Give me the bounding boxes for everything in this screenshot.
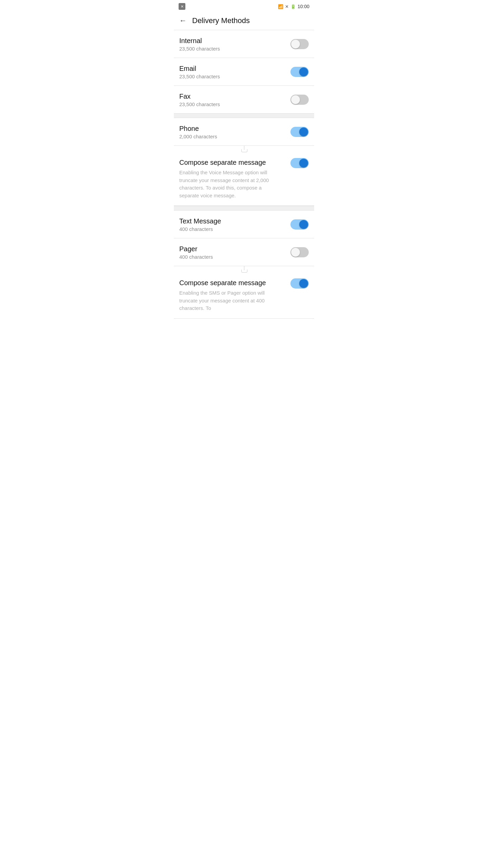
signal-icon: ✕ — [285, 4, 289, 9]
toggle-textmessage[interactable] — [290, 219, 309, 230]
item-title-phone-compose: Compose separate message — [179, 158, 286, 167]
item-text-email: Email 23,500 characters — [179, 64, 286, 79]
toggle-slider-internal — [290, 39, 309, 49]
item-title-internal: Internal — [179, 36, 286, 45]
list-item-phone: Phone 2,000 characters — [174, 118, 314, 146]
toggle-phone[interactable] — [290, 127, 309, 137]
list-item-textmessage: Text Message 400 characters — [174, 211, 314, 238]
list-item-internal: Internal 23,500 characters — [174, 30, 314, 58]
item-text-phone: Phone 2,000 characters — [179, 124, 286, 139]
toggle-slider-pager — [290, 247, 309, 257]
item-text-internal: Internal 23,500 characters — [179, 36, 286, 52]
item-subtitle-textmessage: 400 characters — [179, 226, 286, 232]
sub-item-description-phone: Enabling the Voice Message option will t… — [179, 169, 278, 199]
toggle-slider-email — [290, 67, 309, 77]
item-text-fax: Fax 23,500 characters — [179, 92, 286, 107]
toggle-internal[interactable] — [290, 39, 309, 49]
section-divider-2 — [174, 206, 314, 211]
item-title-phone: Phone — [179, 124, 286, 133]
item-text-pager-compose: Compose separate message Enabling the SM… — [179, 278, 286, 312]
item-subtitle-fax: 23,500 characters — [179, 101, 286, 107]
item-text-textmessage: Text Message 400 characters — [179, 217, 286, 232]
item-text-phone-compose: Compose separate message Enabling the Vo… — [179, 158, 286, 199]
item-subtitle-pager: 400 characters — [179, 254, 286, 260]
toggle-fax[interactable] — [290, 95, 309, 105]
item-title-fax: Fax — [179, 92, 286, 101]
item-subtitle-internal: 23,500 characters — [179, 46, 286, 52]
connector-phone — [174, 146, 314, 153]
sub-list-item-pager-compose: Compose separate message Enabling the SM… — [174, 273, 314, 319]
toggle-pager[interactable] — [290, 247, 309, 257]
status-bar: ✕ 📶 ✕ 🔋 10:00 — [174, 0, 314, 12]
connector-pager — [174, 266, 314, 273]
status-right: 📶 ✕ 🔋 10:00 — [278, 4, 309, 9]
sub-list-item-phone-compose: Compose separate message Enabling the Vo… — [174, 153, 314, 206]
item-title-textmessage: Text Message — [179, 217, 286, 225]
battery-icon: 🔋 — [290, 4, 296, 9]
toggle-phone-compose[interactable] — [290, 158, 309, 168]
toggle-slider-pager-compose — [290, 278, 309, 289]
item-subtitle-phone: 2,000 characters — [179, 134, 286, 139]
page-title: Delivery Methods — [192, 16, 250, 25]
wifi-icon: 📶 — [278, 4, 283, 9]
sub-item-description-pager: Enabling the SMS or Pager option will tr… — [179, 289, 278, 312]
list-item-email: Email 23,500 characters — [174, 58, 314, 86]
toggle-slider-phone-compose — [290, 158, 309, 168]
item-title-pager: Pager — [179, 244, 286, 253]
toggle-slider-fax — [290, 95, 309, 105]
item-text-pager: Pager 400 characters — [179, 244, 286, 260]
list-item-fax: Fax 23,500 characters — [174, 86, 314, 113]
app-icon: ✕ — [179, 3, 185, 10]
item-title-pager-compose: Compose separate message — [179, 278, 286, 287]
page-header: ← Delivery Methods — [174, 12, 314, 30]
status-left: ✕ — [179, 3, 185, 10]
back-button[interactable]: ← — [179, 16, 187, 25]
item-subtitle-email: 23,500 characters — [179, 74, 286, 79]
section-group2: Phone 2,000 characters Compose separate … — [174, 118, 314, 206]
item-title-email: Email — [179, 64, 286, 73]
list-item-pager: Pager 400 characters — [174, 238, 314, 266]
toggle-pager-compose[interactable] — [290, 278, 309, 289]
section-group3: Text Message 400 characters Pager 400 ch… — [174, 211, 314, 319]
section-group1: Internal 23,500 characters Email 23,500 … — [174, 30, 314, 113]
toggle-slider-textmessage — [290, 219, 309, 230]
section-divider-1 — [174, 113, 314, 118]
toggle-email[interactable] — [290, 67, 309, 77]
toggle-slider-phone — [290, 127, 309, 137]
time-display: 10:00 — [298, 4, 309, 9]
